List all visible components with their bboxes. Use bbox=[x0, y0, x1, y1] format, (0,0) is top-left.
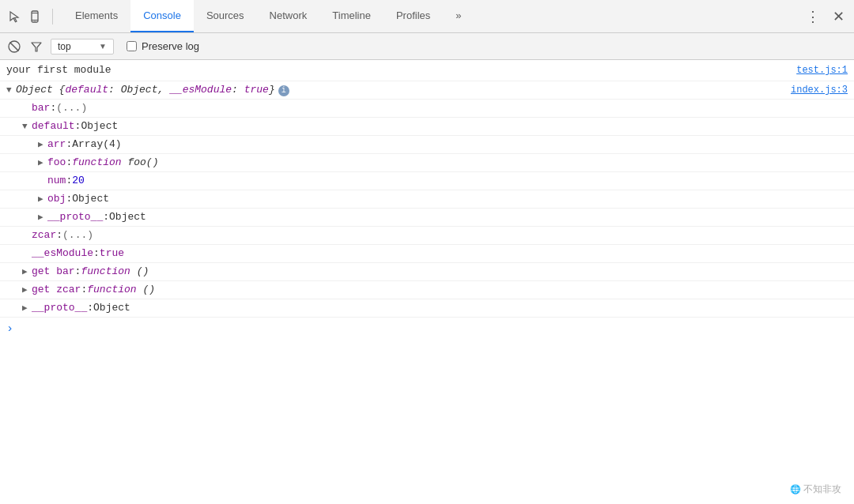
svg-marker-6 bbox=[32, 43, 41, 51]
tab-network[interactable]: Network bbox=[257, 0, 320, 32]
log-text-first-module: your first module bbox=[6, 63, 111, 77]
val-zcar: (...) bbox=[62, 228, 93, 243]
val-num: 20 bbox=[72, 174, 85, 188]
row-esmodule: __esModule : true bbox=[0, 245, 854, 263]
preserve-log-label[interactable]: Preserve log bbox=[142, 40, 199, 52]
row-get-bar-toggle[interactable]: ▶ bbox=[22, 265, 30, 279]
row-foo-toggle[interactable]: ▶ bbox=[38, 156, 46, 170]
tab-sources[interactable]: Sources bbox=[194, 0, 257, 32]
console-prompt[interactable]: › bbox=[0, 318, 854, 340]
row-proto-top-toggle[interactable]: ▶ bbox=[22, 301, 30, 315]
preserve-log-area: Preserve log bbox=[127, 40, 199, 52]
row-obj-toggle[interactable]: ▶ bbox=[38, 192, 46, 206]
row-obj: ▶ obj : Object bbox=[0, 190, 854, 209]
val-arr: Array(4) bbox=[72, 137, 121, 152]
row-num: num : 20 bbox=[0, 172, 854, 190]
tab-bar: Elements Console Sources Network Timelin… bbox=[0, 0, 854, 33]
val-proto-default: Object bbox=[109, 210, 146, 224]
preserve-log-checkbox[interactable] bbox=[127, 41, 137, 51]
row-zcar-toggle bbox=[22, 228, 30, 243]
row-default-toggle[interactable]: ▼ bbox=[22, 119, 30, 134]
tab-bar-actions: ⋮ ✕ bbox=[803, 7, 848, 26]
key-obj: obj bbox=[47, 192, 66, 206]
object-header-text: Object {default: Object, __esModule: tru… bbox=[16, 83, 275, 97]
tab-console[interactable]: Console bbox=[130, 0, 194, 32]
object-info-icon[interactable]: i bbox=[278, 85, 289, 96]
devtools-icons bbox=[6, 9, 53, 24]
val-bar: (...) bbox=[56, 101, 87, 115]
val-proto-top: Object bbox=[93, 301, 130, 315]
key-esmodule: __esModule bbox=[32, 246, 93, 261]
object-header-row: ▼ Object {default: Object, __esModule: t… bbox=[0, 81, 854, 100]
link-test-js[interactable]: test.js:1 bbox=[796, 63, 848, 77]
key-default: default bbox=[32, 119, 75, 134]
key-get-bar: get bar bbox=[32, 265, 75, 279]
tab-list: Elements Console Sources Network Timelin… bbox=[62, 0, 803, 32]
row-arr-toggle[interactable]: ▶ bbox=[38, 137, 46, 152]
row-default: ▼ default : Object bbox=[0, 118, 854, 136]
row-bar: bar : (...) bbox=[0, 100, 854, 118]
row-arr: ▶ arr : Array(4) bbox=[0, 136, 854, 154]
key-proto-top: __proto__ bbox=[32, 301, 87, 315]
tab-timeline[interactable]: Timeline bbox=[319, 0, 384, 32]
key-foo: foo bbox=[47, 156, 66, 170]
log-line-first-module: your first module test.js:1 bbox=[0, 60, 854, 81]
clear-console-icon[interactable] bbox=[6, 39, 22, 55]
context-selector[interactable]: top ▼ bbox=[51, 39, 114, 55]
val-get-bar: function () bbox=[81, 265, 149, 279]
key-proto-default: __proto__ bbox=[47, 210, 103, 224]
link-index-js[interactable]: index.js:3 bbox=[791, 83, 848, 97]
val-obj: Object bbox=[72, 192, 109, 206]
cursor-icon[interactable] bbox=[6, 9, 22, 24]
row-zcar: zcar : (...) bbox=[0, 227, 854, 245]
watermark: 🌐 不知非攻 bbox=[790, 483, 841, 496]
key-num: num bbox=[47, 174, 66, 188]
object-toggle[interactable]: ▼ bbox=[6, 83, 14, 97]
row-get-bar: ▶ get bar : function () bbox=[0, 263, 854, 281]
val-default: Object bbox=[81, 119, 118, 134]
svg-line-5 bbox=[10, 42, 19, 51]
row-proto-default: ▶ __proto__ : Object bbox=[0, 209, 854, 227]
row-foo: ▶ foo : function foo() bbox=[0, 154, 854, 172]
row-bar-toggle bbox=[22, 101, 30, 115]
svg-point-3 bbox=[34, 21, 35, 21]
tab-profiles[interactable]: Profiles bbox=[384, 0, 443, 32]
row-proto-top: ▶ __proto__ : Object bbox=[0, 299, 854, 318]
device-icon[interactable] bbox=[27, 9, 43, 24]
context-arrow: ▼ bbox=[99, 42, 107, 51]
row-esmodule-toggle bbox=[22, 246, 30, 261]
filter-icon[interactable] bbox=[28, 39, 44, 55]
val-foo: function foo() bbox=[72, 156, 158, 170]
tab-elements[interactable]: Elements bbox=[62, 0, 130, 32]
console-toolbar: top ▼ Preserve log bbox=[0, 33, 854, 60]
val-esmodule: true bbox=[100, 246, 124, 261]
row-get-zcar-toggle[interactable]: ▶ bbox=[22, 283, 30, 297]
key-zcar: zcar bbox=[32, 228, 56, 243]
prompt-chevron: › bbox=[6, 322, 13, 336]
key-arr: arr bbox=[47, 137, 66, 152]
more-options-icon[interactable]: ⋮ bbox=[803, 7, 822, 26]
tab-more[interactable]: » bbox=[443, 0, 474, 32]
console-output: your first module test.js:1 ▼ Object {de… bbox=[0, 60, 854, 504]
close-devtools-icon[interactable]: ✕ bbox=[829, 7, 848, 26]
val-get-zcar: function () bbox=[87, 283, 155, 297]
row-get-zcar: ▶ get zcar : function () bbox=[0, 281, 854, 299]
row-proto-default-toggle[interactable]: ▶ bbox=[38, 210, 46, 224]
key-get-zcar: get zcar bbox=[32, 283, 81, 297]
key-bar: bar bbox=[32, 101, 50, 115]
row-num-toggle bbox=[38, 174, 46, 188]
